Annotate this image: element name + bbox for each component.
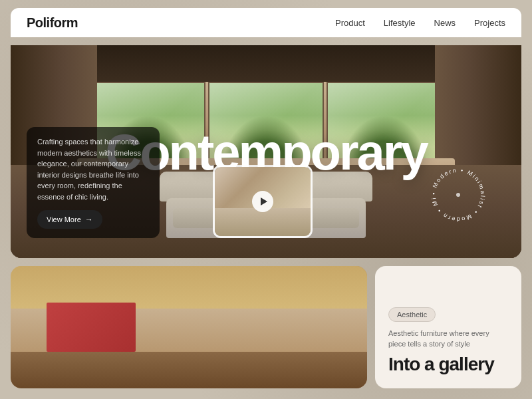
hero-info-text: Crafting spaces that harmonize modern ae… — [37, 136, 149, 202]
nav-item-projects[interactable]: Projects — [474, 18, 505, 28]
hero-thumbnail[interactable] — [213, 165, 313, 238]
play-button[interactable] — [252, 191, 273, 212]
svg-point-1 — [456, 193, 460, 197]
main-nav: Product Lifestyle News Projects — [335, 18, 505, 28]
bottom-subtitle: Aesthetic furniture where every piece te… — [388, 329, 508, 349]
bottom-section: Aesthetic Aesthetic furniture where ever… — [11, 266, 521, 388]
play-icon — [261, 198, 267, 205]
bottom-left-image — [11, 266, 367, 388]
aesthetic-badge: Aesthetic — [388, 307, 436, 322]
nav-item-news[interactable]: News — [434, 18, 456, 28]
bottom-right-card: Aesthetic Aesthetic furniture where ever… — [375, 266, 521, 388]
nav-item-product[interactable]: Product — [335, 18, 365, 28]
hero-info-card: Crafting spaces that harmonize modern ae… — [27, 127, 160, 238]
arrow-icon: → — [85, 215, 93, 224]
rotating-text-svg: • Modern • Minimalist • Modern • Minimal… — [428, 165, 488, 225]
view-more-button[interactable]: View More → — [37, 210, 102, 229]
rotating-badge: • Modern • Minimalist • Modern • Minimal… — [428, 165, 488, 225]
hero-section: Contemporary Crafting spaces that harmon… — [11, 45, 521, 258]
bottom-left-scene — [11, 266, 367, 388]
thumbnail-image — [215, 167, 311, 236]
header: Poliform Product Lifestyle News Projects — [11, 8, 521, 37]
bl-floor — [11, 352, 367, 388]
brand-logo: Poliform — [27, 15, 78, 31]
view-more-label: View More — [47, 215, 81, 223]
bl-accent — [47, 303, 136, 352]
nav-item-lifestyle[interactable]: Lifestyle — [384, 18, 416, 28]
bottom-gallery-title: Into a gallery — [388, 354, 508, 375]
